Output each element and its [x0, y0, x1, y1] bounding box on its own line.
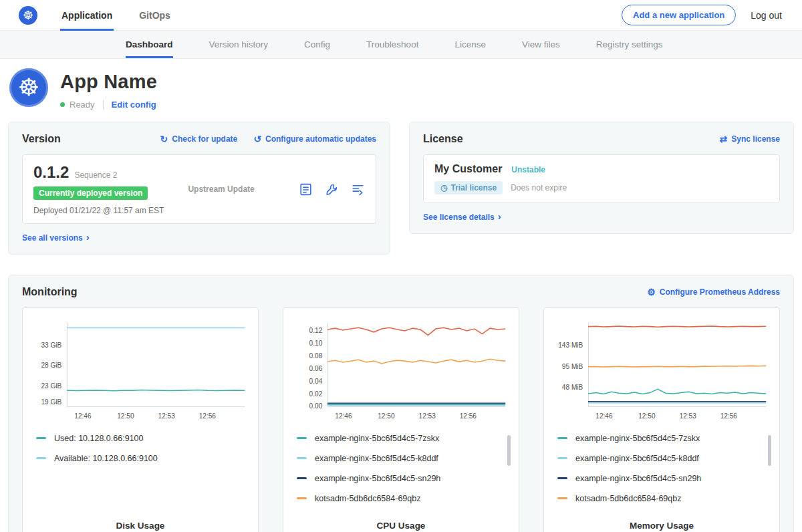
license-card: License ⇄ Sync license My Customer Unsta… — [409, 122, 794, 234]
legend-color-mark — [557, 497, 567, 499]
legend-color-mark — [297, 477, 307, 479]
check-for-update-link[interactable]: ↻ Check for update — [160, 134, 238, 144]
svg-text:12:53: 12:53 — [419, 412, 436, 420]
disk-usage-legend: Used: 10.128.0.66:9100Available: 10.128.… — [31, 434, 250, 474]
svg-text:0.12: 0.12 — [309, 327, 323, 334]
chevron-right-icon: › — [86, 232, 90, 242]
see-license-details-link[interactable]: See license details › — [423, 212, 501, 222]
svg-text:12:56: 12:56 — [720, 412, 738, 420]
subnav-tab-version-history[interactable]: Version history — [209, 31, 269, 58]
helm-wheel-glyph: ☸ — [23, 8, 33, 23]
subnav-label: Config — [304, 39, 330, 49]
disk-usage-chart: 33 GiB28 GiB23 GiB19 GiB12:4612:5012:531… — [31, 316, 250, 424]
top-navbar: ☸ Application GitOps Add a new applicati… — [0, 0, 802, 31]
cpu-usage-chart-card: 0.120.100.080.060.040.020.0012:4612:5012… — [283, 307, 519, 532]
legend-color-mark — [297, 457, 307, 459]
legend-item: Available: 10.128.0.66:9100 — [36, 454, 242, 463]
subnav-label: Version history — [209, 39, 269, 49]
edit-config-link[interactable]: Edit config — [112, 100, 156, 110]
check-for-update-label: Check for update — [172, 134, 237, 144]
legend-label: Used: 10.128.0.66:9100 — [54, 434, 143, 443]
divider — [103, 100, 104, 110]
sync-license-link[interactable]: ⇄ Sync license — [720, 134, 780, 144]
kubernetes-logo-icon[interactable]: ☸ — [19, 6, 37, 25]
chart-title: CPU Usage — [291, 514, 511, 531]
chevron-right-icon: › — [498, 211, 501, 221]
release-notes-icon[interactable] — [299, 182, 313, 196]
configure-prometheus-link[interactable]: ⚙ Configure Prometheus Address — [647, 287, 780, 297]
app-subnav: Dashboard Version history Config Trouble… — [0, 31, 802, 59]
clock-icon: ◷ — [440, 183, 447, 192]
trial-license-badge: ◷ Trial license — [434, 181, 503, 194]
legend-label: kotsadm-5db6dc6584-69qbz — [575, 494, 681, 503]
svg-text:0.08: 0.08 — [309, 352, 323, 359]
tab-gitops[interactable]: GitOps — [138, 0, 172, 31]
subnav-tab-config[interactable]: Config — [304, 31, 330, 58]
legend-color-mark — [36, 457, 46, 459]
legend-item: example-nginx-5bc6f5d4c5-k8ddf — [297, 454, 503, 463]
cpu-usage-chart: 0.120.100.080.060.040.020.0012:4612:5012… — [291, 316, 511, 424]
svg-text:0.02: 0.02 — [309, 390, 323, 397]
currently-deployed-badge: Currently deployed version — [33, 186, 148, 200]
legend-item: example-nginx-5bc6f5d4c5-7zskx — [297, 434, 503, 443]
legend-item: example-nginx-5bc6f5d4c5-sn29h — [297, 474, 503, 483]
svg-text:0.04: 0.04 — [309, 377, 323, 384]
legend-item: Used: 10.128.0.66:9100 — [36, 434, 242, 443]
legend-label: example-nginx-5bc6f5d4c5-k8ddf — [575, 454, 699, 463]
subnav-tab-license[interactable]: License — [454, 31, 486, 58]
legend-scrollbar[interactable] — [507, 435, 511, 466]
legend-color-mark — [557, 477, 567, 479]
legend-label: example-nginx-5bc6f5d4c5-7zskx — [575, 434, 700, 443]
upstream-update-label: Upstream Update — [188, 184, 254, 194]
svg-text:0.06: 0.06 — [309, 364, 323, 372]
subnav-label: Troubleshoot — [366, 39, 418, 49]
legend-label: kotsadm-5db6dc6584-69qbz — [315, 494, 420, 503]
svg-text:12:46: 12:46 — [335, 412, 352, 420]
subnav-label: Registry settings — [596, 39, 663, 49]
trial-license-label: Trial license — [450, 183, 497, 192]
memory-usage-chart-card: 143 MiB95 MiB48 MiB12:4612:5012:5312:56 … — [543, 307, 780, 532]
preflight-checks-icon[interactable] — [325, 182, 339, 196]
svg-text:33 GiB: 33 GiB — [41, 341, 61, 348]
svg-text:12:50: 12:50 — [378, 412, 395, 420]
configure-updates-label: Configure automatic updates — [265, 134, 376, 144]
sync-license-label: Sync license — [731, 134, 780, 144]
tab-application[interactable]: Application — [60, 0, 114, 31]
legend-label: Available: 10.128.0.66:9100 — [54, 454, 158, 463]
version-number: 0.1.2 — [33, 163, 69, 182]
app-header: ☸ App Name Ready Edit config — [0, 59, 802, 122]
helm-wheel-glyph: ☸ — [18, 74, 39, 102]
subnav-tab-view-files[interactable]: View files — [522, 31, 560, 58]
configure-prometheus-label: Configure Prometheus Address — [660, 287, 780, 297]
chart-title: Disk Usage — [31, 514, 250, 531]
legend-item: example-nginx-5bc6f5d4c5-sn29h — [557, 474, 763, 483]
see-all-versions-link[interactable]: See all versions › — [22, 233, 90, 243]
legend-scrollbar[interactable] — [768, 435, 771, 466]
status-label: Ready — [70, 100, 95, 110]
svg-text:12:46: 12:46 — [74, 412, 92, 420]
topnav-tabs: Application GitOps — [60, 0, 196, 31]
svg-text:143 MiB: 143 MiB — [558, 342, 583, 349]
svg-text:12:53: 12:53 — [158, 412, 176, 420]
deploy-logs-icon[interactable] — [351, 182, 365, 196]
subnav-tab-troubleshoot[interactable]: Troubleshoot — [366, 31, 418, 58]
legend-item: kotsadm-5db6dc6584-69qbz — [297, 494, 503, 503]
configure-automatic-updates-link[interactable]: ↺ Configure automatic updates — [253, 134, 376, 144]
current-version-card: 0.1.2 Sequence 2 Currently deployed vers… — [22, 154, 376, 224]
version-sequence: Sequence 2 — [74, 170, 117, 180]
add-application-button[interactable]: Add a new application — [622, 5, 736, 25]
svg-text:12:56: 12:56 — [460, 412, 477, 420]
svg-text:12:50: 12:50 — [117, 412, 134, 420]
svg-text:48 MiB: 48 MiB — [562, 384, 583, 391]
refresh-icon: ↻ — [160, 134, 168, 144]
svg-text:12:50: 12:50 — [638, 412, 656, 420]
version-card-title: Version — [22, 133, 61, 145]
customer-name: My Customer — [434, 163, 502, 175]
memory-usage-chart: 143 MiB95 MiB48 MiB12:4612:5012:5312:56 — [552, 316, 771, 424]
subnav-tab-registry-settings[interactable]: Registry settings — [596, 31, 663, 58]
legend-color-mark — [557, 437, 567, 439]
logout-link[interactable]: Log out — [751, 10, 782, 21]
see-license-details-label: See license details — [423, 213, 495, 222]
subnav-tab-dashboard[interactable]: Dashboard — [126, 31, 173, 58]
dashboard-main: Version ↻ Check for update ↺ Configure a… — [0, 122, 802, 532]
